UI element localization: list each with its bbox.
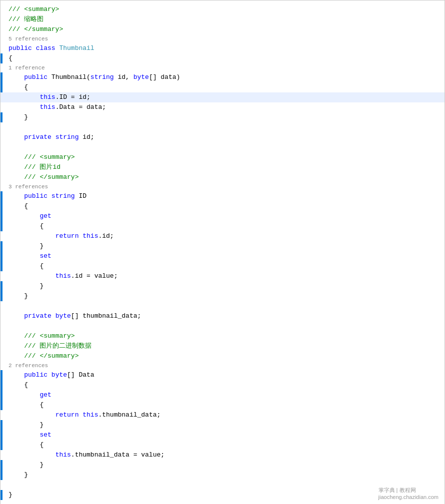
line-content: }	[6, 420, 444, 430]
code-line: this.thumbnail_data = value;	[0, 450, 444, 460]
empty-line	[0, 321, 444, 331]
line-indicator	[0, 221, 2, 231]
line-indicator	[0, 112, 2, 122]
line-content: /// </summary>	[6, 24, 444, 34]
line-content: /// <summary>	[6, 152, 444, 162]
empty-line	[0, 142, 444, 152]
code-line: }	[0, 281, 444, 291]
line-indicator	[0, 211, 2, 221]
line-content: this.Data = data;	[6, 102, 444, 112]
code-line: /// </summary>	[0, 351, 444, 361]
line-indicator	[0, 261, 2, 271]
code-line: {	[0, 440, 444, 450]
code-line: /// 图片的二进制数据	[0, 341, 444, 351]
code-line: set	[0, 430, 444, 440]
code-line: public Thumbnail(string id, byte[] data)	[0, 72, 444, 82]
meta-reference: 1 reference	[0, 63, 444, 72]
code-line: /// <summary>	[0, 331, 444, 341]
code-line: /// </summary>	[0, 172, 444, 182]
line-content: public byte[] Data	[6, 370, 444, 380]
line-content: return this.id;	[6, 231, 444, 241]
meta-reference: 2 references	[0, 361, 444, 370]
line-indicator	[0, 72, 2, 82]
code-line: this.id = value;	[0, 271, 444, 281]
code-line: set	[0, 251, 444, 261]
code-line: /// </summary>	[0, 24, 444, 34]
line-content: public class Thumbnail	[6, 43, 444, 53]
line-content: get	[6, 211, 444, 221]
line-content: public string ID	[6, 191, 444, 201]
line-content: }	[6, 470, 444, 480]
line-indicator	[0, 241, 2, 251]
code-line: {	[0, 380, 444, 390]
line-indicator	[0, 380, 2, 390]
code-line: {	[0, 82, 444, 92]
line-content: this.thumbnail_data = value;	[6, 450, 444, 460]
line-content: }	[6, 112, 444, 122]
code-line: }	[0, 460, 444, 470]
line-content: }	[6, 291, 444, 301]
line-content: }	[6, 281, 444, 291]
line-content: private string id;	[6, 132, 444, 142]
line-content: this.ID = id;	[6, 92, 444, 102]
code-line: {	[0, 53, 444, 63]
code-line: public class Thumbnail	[0, 43, 444, 53]
line-indicator	[0, 430, 2, 440]
line-content: /// <summary>	[6, 331, 444, 341]
code-line: {	[0, 221, 444, 231]
code-line: this.ID = id;	[0, 92, 444, 102]
meta-reference: 3 references	[0, 182, 444, 191]
code-line: this.Data = data;	[0, 102, 444, 112]
line-indicator	[0, 281, 2, 291]
line-indicator	[0, 201, 2, 211]
line-indicator	[0, 251, 2, 261]
watermark: 掌字典 | 教程网jiaocheng.chazidian.com	[378, 487, 438, 500]
empty-line	[0, 301, 444, 311]
line-content: set	[6, 430, 444, 440]
line-content: /// </summary>	[6, 172, 444, 182]
code-line: {	[0, 201, 444, 211]
code-line: {	[0, 400, 444, 410]
line-indicator	[0, 82, 2, 92]
line-content: /// 图片的二进制数据	[6, 341, 444, 351]
line-indicator	[0, 390, 2, 400]
code-line: }	[0, 420, 444, 430]
code-line: /// 缩略图	[0, 14, 444, 24]
line-content: private byte[] thumbnail_data;	[6, 311, 444, 321]
meta-reference: 5 references	[0, 34, 444, 43]
line-content: {	[6, 53, 444, 63]
code-line: public byte[] Data	[0, 370, 444, 380]
editor-window: /// <summary>/// 缩略图/// </summary>5 refe…	[0, 0, 445, 504]
line-indicator	[0, 420, 2, 430]
code-line: private byte[] thumbnail_data;	[0, 311, 444, 321]
line-content: public Thumbnail(string id, byte[] data)	[6, 72, 444, 82]
line-content: {	[6, 82, 444, 92]
code-line: get	[0, 211, 444, 221]
line-content: /// 图片id	[6, 162, 444, 172]
line-indicator	[0, 470, 2, 480]
line-content: /// <summary>	[6, 4, 444, 14]
line-content: {	[6, 201, 444, 211]
line-content: this.id = value;	[6, 271, 444, 281]
code-line: return this.id;	[0, 231, 444, 241]
line-content: set	[6, 251, 444, 261]
code-line: }	[0, 112, 444, 122]
line-content: {	[6, 440, 444, 450]
line-indicator	[0, 191, 2, 201]
code-line: }	[0, 241, 444, 251]
code-line: /// <summary>	[0, 152, 444, 162]
line-content: {	[6, 261, 444, 271]
line-content: /// 缩略图	[6, 14, 444, 24]
line-indicator	[0, 370, 2, 380]
line-indicator	[0, 460, 2, 470]
line-content: {	[6, 400, 444, 410]
line-content: {	[6, 221, 444, 231]
code-line: return this.thumbnail_data;	[0, 410, 444, 420]
line-indicator	[0, 400, 2, 410]
line-content: get	[6, 390, 444, 400]
empty-line	[0, 122, 444, 132]
line-content: /// </summary>	[6, 351, 444, 361]
line-content: }	[6, 241, 444, 251]
line-indicator	[0, 291, 2, 301]
line-content: {	[6, 380, 444, 390]
